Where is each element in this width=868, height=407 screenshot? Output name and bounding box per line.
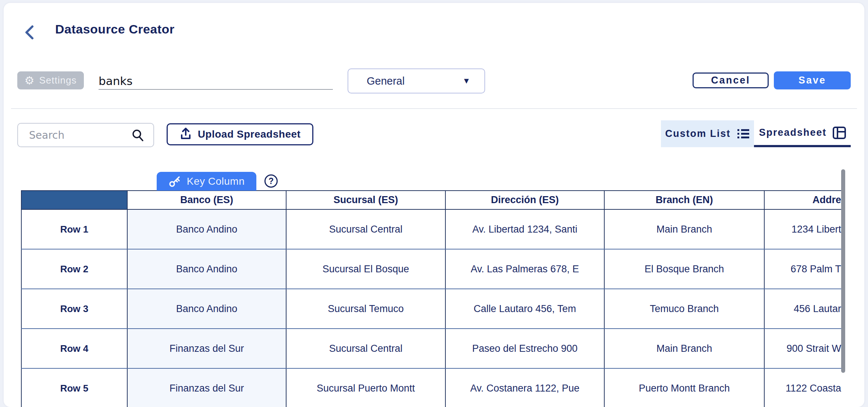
chevron-down-icon: ▼ [462,76,470,86]
table-cell-clipped-text: 900 Strait W [765,343,841,354]
table-cell[interactable]: Av. Libertad 1234, Santi [445,209,604,249]
key-icon [168,175,181,188]
gear-icon: ⚙ [25,75,35,86]
table-cell[interactable]: Av. Costanera 1122, Pue [445,368,604,407]
table-cell[interactable]: 456 Lautar [764,289,841,329]
table-cell[interactable]: 1234 Libert [764,209,841,249]
datasource-creator-screen: Datasource Creator ⚙ Settings General ▼ … [0,0,868,407]
column-header[interactable]: Dirección (ES) [445,191,604,209]
settings-label: Settings [39,75,77,86]
upload-spreadsheet-button[interactable]: Upload Spreadsheet [167,123,313,145]
category-select[interactable]: General ▼ [348,68,485,93]
table-cell[interactable]: Calle Lautaro 456, Tem [445,289,604,329]
table-cell[interactable]: Sucursal El Bosque [286,249,445,289]
table-cell[interactable]: Banco Andino [127,249,286,289]
cancel-button[interactable]: Cancel [693,72,769,88]
table-row: Row 2Banco AndinoSucursal El BosqueAv. L… [21,249,841,289]
table-row: Row 3Banco AndinoSucursal TemucoCalle La… [21,289,841,329]
table-cell[interactable]: Banco Andino [127,209,286,249]
table-cell[interactable]: Temuco Branch [604,289,764,329]
upload-label: Upload Spreadsheet [198,128,301,140]
table-cell[interactable]: Main Branch [604,329,764,368]
corner-header-cell[interactable] [21,191,127,209]
tab-custom-list[interactable]: Custom List [661,120,754,147]
custom-list-label: Custom List [665,128,730,139]
page-title: Datasource Creator [55,22,175,36]
search-input[interactable] [28,129,125,142]
toolbar-divider [11,108,857,109]
table-row: Row 1Banco AndinoSucursal CentralAv. Lib… [21,209,841,249]
column-header[interactable]: Sucursal (ES) [286,191,445,209]
search-icon[interactable] [131,129,145,144]
table-row: Row 4Finanzas del SurSucursal CentralPas… [21,329,841,368]
back-button[interactable] [22,24,38,40]
row-label[interactable]: Row 1 [21,209,127,249]
table-cell-clipped-text: 1122 Coasta [765,383,841,394]
row-label[interactable]: Row 2 [21,249,127,289]
column-header[interactable]: Addre [764,191,841,209]
table-cell-clipped-text: 456 Lautar [765,303,841,315]
spreadsheet-table: Banco (ES) Sucursal (ES) Dirección (ES) … [21,190,841,407]
table-cell-clipped-text: 1234 Libert [765,224,841,235]
upload-icon [179,128,192,141]
bulleted-list-icon [737,128,750,140]
key-column-tab[interactable]: Key Column [157,172,256,191]
table-cell[interactable]: Banco Andino [127,289,286,329]
row-label[interactable]: Row 5 [21,368,127,407]
table-cell[interactable]: Sucursal Puerto Montt [286,368,445,407]
table-cell[interactable]: Puerto Montt Branch [604,368,764,407]
table-cell[interactable]: 678 Palm T [764,249,841,289]
table-cell[interactable]: Sucursal Central [286,209,445,249]
column-header-clipped: Addre [765,194,841,206]
row-label[interactable]: Row 4 [21,329,127,368]
datasource-name-input[interactable] [99,73,333,90]
table-cell[interactable]: Paseo del Estrecho 900 [445,329,604,368]
column-header[interactable]: Branch (EN) [604,191,764,209]
table-grid-icon [833,127,846,139]
vertical-scrollbar-thumb[interactable] [841,169,845,373]
table-cell[interactable]: Sucursal Temuco [286,289,445,329]
table-cell[interactable]: 900 Strait W [764,329,841,368]
category-select-value: General [367,75,405,87]
row-label[interactable]: Row 3 [21,289,127,329]
table-cell[interactable]: Finanzas del Sur [127,368,286,407]
header-row: Banco (ES) Sucursal (ES) Dirección (ES) … [21,191,841,209]
table-cell[interactable]: Finanzas del Sur [127,329,286,368]
spreadsheet-label: Spreadsheet [759,127,826,138]
table-cell[interactable]: Main Branch [604,209,764,249]
save-button[interactable]: Save [774,71,851,89]
search-box [17,123,154,147]
table-cell[interactable]: 1122 Coasta [764,368,841,407]
table-cell[interactable]: El Bosque Branch [604,249,764,289]
table-cell[interactable]: Sucursal Central [286,329,445,368]
help-icon[interactable]: ? [264,174,278,188]
column-header[interactable]: Banco (ES) [127,191,286,209]
table-cell-clipped-text: 678 Palm T [765,263,841,275]
key-column-label: Key Column [187,176,245,187]
settings-button[interactable]: ⚙ Settings [17,71,84,89]
table-body: Row 1Banco AndinoSucursal CentralAv. Lib… [21,209,841,407]
spreadsheet-table-wrap: Banco (ES) Sucursal (ES) Dirección (ES) … [21,190,841,407]
table-row: Row 5Finanzas del SurSucursal Puerto Mon… [21,368,841,407]
chevron-left-icon [22,24,38,40]
tab-spreadsheet[interactable]: Spreadsheet [754,120,851,147]
table-cell[interactable]: Av. Las Palmeras 678, E [445,249,604,289]
